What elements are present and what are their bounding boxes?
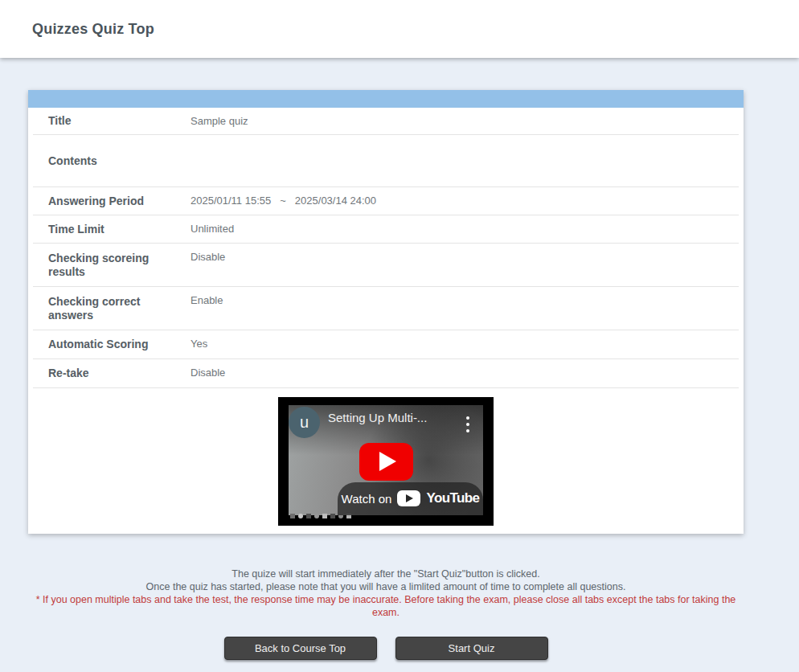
quiz-info-card: Title Sample quiz Contents Answering Per…: [28, 90, 744, 534]
watch-on-label: Watch on: [342, 492, 392, 506]
table-row: Checking scoreing results Disable: [33, 244, 739, 287]
row-label-checking-scoring-results: Checking scoreing results: [33, 244, 191, 287]
row-label-answering-period: Answering Period: [33, 187, 191, 215]
page-title: Quizzes Quiz Top: [32, 21, 154, 38]
row-value-time-limit: Unlimited: [191, 215, 739, 244]
row-label-time-limit: Time Limit: [33, 215, 191, 244]
quiz-notice: The quize will start immediately after t…: [28, 568, 744, 619]
row-label-checking-correct-answers: Checking correct answers: [33, 287, 191, 330]
main-content: Title Sample quiz Contents Answering Per…: [28, 90, 744, 660]
card-accent-bar: [28, 90, 744, 108]
app-header: Quizzes Quiz Top: [0, 0, 799, 58]
channel-avatar[interactable]: u: [289, 407, 320, 438]
row-label-contents: Contents: [33, 135, 191, 187]
table-row: Automatic Scoring Yes: [33, 330, 739, 359]
watch-on-youtube-link[interactable]: Watch on YouTube: [338, 482, 483, 515]
row-value-title: Sample quiz: [191, 108, 739, 135]
notice-warning: * If you open multiple tabs and take the…: [28, 593, 744, 619]
row-value-answering-period: 2025/01/11 15:55~2025/03/14 24:00: [191, 187, 739, 215]
quiz-info-table: Title Sample quiz Contents Answering Per…: [33, 108, 739, 388]
notice-line-2: Once the quiz has started, please note t…: [28, 580, 744, 593]
play-icon: [379, 452, 396, 471]
video-title[interactable]: Setting Up Multi-...: [328, 411, 427, 424]
row-value-automatic-scoring: Yes: [191, 330, 739, 359]
video-row: u Setting Up Multi-... Watch on YouTube: [28, 388, 744, 534]
table-row: Answering Period 2025/01/11 15:55~2025/0…: [33, 187, 739, 215]
back-to-course-top-button[interactable]: Back to Course Top: [224, 637, 377, 660]
table-row: Re-take Disable: [33, 359, 739, 388]
youtube-logo-icon: [397, 490, 420, 506]
row-value-contents: [191, 135, 739, 187]
table-row: Contents: [33, 135, 739, 187]
row-label-retake: Re-take: [33, 359, 191, 388]
period-end: 2025/03/14 24:00: [295, 195, 376, 207]
youtube-embed-player[interactable]: u Setting Up Multi-... Watch on YouTube: [278, 397, 494, 526]
period-separator: ~: [280, 195, 286, 207]
play-button[interactable]: [359, 443, 413, 481]
start-quiz-button[interactable]: Start Quiz: [395, 637, 548, 660]
row-label-title: Title: [33, 108, 191, 135]
row-value-checking-correct-answers: Enable: [191, 287, 739, 330]
table-row: Time Limit Unlimited: [33, 215, 739, 244]
kebab-menu-icon[interactable]: [466, 416, 469, 432]
row-value-retake: Disable: [191, 359, 739, 388]
notice-line-1: The quize will start immediately after t…: [28, 568, 744, 580]
row-label-automatic-scoring: Automatic Scoring: [33, 330, 191, 359]
row-value-checking-scoring-results: Disable: [191, 244, 739, 287]
period-start: 2025/01/11 15:55: [191, 195, 271, 207]
table-row: Checking correct answers Enable: [33, 287, 739, 330]
table-row: Title Sample quiz: [33, 108, 739, 135]
youtube-wordmark: YouTube: [426, 490, 479, 506]
quiz-info-table-wrap: Title Sample quiz Contents Answering Per…: [28, 108, 744, 388]
button-row: Back to Course Top Start Quiz: [28, 637, 744, 660]
